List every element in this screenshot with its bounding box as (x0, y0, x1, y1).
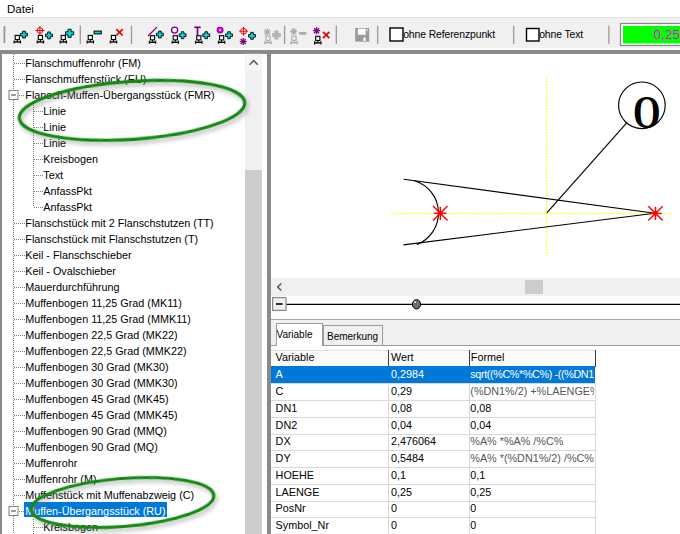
svg-text:O: O (633, 87, 661, 137)
